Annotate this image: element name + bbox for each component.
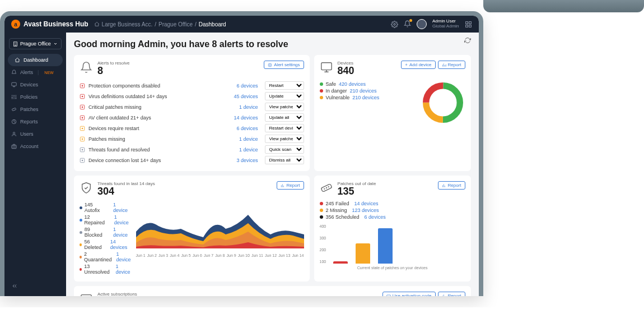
breadcrumb-office[interactable]: Prague Office <box>158 21 193 27</box>
alert-device-count[interactable]: 1 device <box>230 104 262 110</box>
add-device-button[interactable]: + Add device <box>401 61 435 69</box>
barchart-icon <box>442 294 446 297</box>
sidebar-item-label: Reports <box>20 119 38 125</box>
svg-point-24 <box>82 138 83 140</box>
alert-action-select[interactable]: View patches <box>265 135 304 143</box>
barchart-icon <box>442 183 446 188</box>
svg-point-28 <box>82 159 83 161</box>
alert-action-select[interactable]: View patches <box>265 103 304 111</box>
alert-device-count[interactable]: 14 devices <box>230 115 262 121</box>
legend-item: In danger210 devices <box>320 88 380 94</box>
sidebar-item-policies[interactable]: Policies <box>4 91 66 103</box>
sidebar-item-reports[interactable]: Reports <box>4 116 66 128</box>
legend-value: 2 Quarantined <box>84 251 112 262</box>
legend-count[interactable]: 1 device <box>116 264 132 275</box>
monitor-icon <box>320 61 333 74</box>
legend-count[interactable]: 14 devices <box>354 201 379 206</box>
legend-item: 89 Blocked1 device <box>80 227 132 238</box>
alerts-card: Alerts to resolve8 Alert settings Protec… <box>74 55 310 171</box>
sidebar-item-account[interactable]: Account <box>4 140 66 153</box>
xaxis-tick: Jun 12 <box>265 253 277 257</box>
legend-count[interactable]: 6 devices <box>365 214 386 220</box>
alert-device-count[interactable]: 1 device <box>230 136 262 142</box>
breadcrumb-account[interactable]: Large Business Acc. <box>102 21 153 27</box>
alert-device-count[interactable]: 3 devices <box>230 158 262 163</box>
legend-item: Safe420 devices <box>320 81 380 87</box>
avatar[interactable] <box>417 19 427 29</box>
alert-device-count[interactable]: 1 device <box>230 147 262 153</box>
legend-item: 145 Autofix1 device <box>80 202 132 213</box>
threats-report-button[interactable]: Report <box>277 181 304 190</box>
legend-dot <box>80 256 82 259</box>
legend-count[interactable]: 420 devices <box>339 81 366 87</box>
breadcrumb-page[interactable]: Dashboard <box>199 21 226 27</box>
xaxis-tick: Jun 13 <box>278 253 290 257</box>
patches-card: Patches out of date135 Report 245 Failed… <box>314 176 471 282</box>
refresh-icon[interactable] <box>464 37 471 44</box>
new-badge: NEW <box>44 71 53 75</box>
alert-action-select[interactable]: Dismiss all <box>265 156 304 164</box>
office-selector[interactable]: Prague Office <box>9 38 62 49</box>
breadcrumb: Large Business Acc./ Prague Office/ Dash… <box>94 21 226 27</box>
sidebar-item-patches[interactable]: Patches <box>4 103 66 116</box>
legend-count[interactable]: 210 devices <box>352 95 379 100</box>
alert-device-count[interactable]: 45 devices <box>230 94 262 99</box>
alert-device-count[interactable]: 6 devices <box>230 83 262 89</box>
barchart-icon <box>281 183 285 188</box>
svg-point-20 <box>82 117 83 118</box>
svg-point-11 <box>269 64 270 66</box>
legend-item: 13 Unresolved1 device <box>80 264 132 275</box>
legend-label: 2 Missing <box>326 208 347 213</box>
alert-device-count[interactable]: 6 devices <box>230 126 262 131</box>
alerts-count: 8 <box>97 66 129 76</box>
sidebar-item-alerts[interactable]: Alerts|NEW <box>4 66 66 79</box>
alert-action-select[interactable]: Update all <box>265 113 304 122</box>
alert-action-select[interactable]: Restart <box>265 81 304 90</box>
collapse-sidebar[interactable] <box>4 277 66 296</box>
legend-count[interactable]: 123 devices <box>352 208 379 213</box>
barchart-icon <box>442 63 446 67</box>
subs-report-button[interactable]: Report <box>438 292 465 296</box>
alert-action-select[interactable]: Quick scan <box>265 145 304 154</box>
alert-row: Protection components disabled6 devicesR… <box>80 80 304 91</box>
svg-rect-29 <box>321 63 331 70</box>
legend-count[interactable]: 1 device <box>114 214 132 225</box>
devices-report-button[interactable]: Report <box>438 61 465 69</box>
xaxis-tick: Jun 14 <box>292 253 304 257</box>
user-info[interactable]: Admin User Global Admin <box>432 19 459 29</box>
legend-item: 2 Quarantined1 device <box>80 251 132 262</box>
svg-point-0 <box>394 23 395 25</box>
patches-report-button[interactable]: Report <box>438 181 465 190</box>
legend-dot <box>80 206 82 209</box>
devices-legend: Safe420 devicesIn danger210 devicesVulne… <box>320 80 380 102</box>
use-activation-code-button[interactable]: Use activation code <box>382 292 436 296</box>
alert-settings-button[interactable]: Alert settings <box>264 61 304 69</box>
svg-rect-37 <box>81 295 91 296</box>
sidebar-item-devices[interactable]: Devices <box>4 79 66 91</box>
gear-icon[interactable] <box>391 21 398 28</box>
alert-action-select[interactable]: Update <box>265 92 304 100</box>
xaxis-tick: Jun 11 <box>251 253 263 257</box>
legend-count[interactable]: 1 device <box>116 251 132 262</box>
legend-label: Safe <box>326 81 337 87</box>
home-icon[interactable] <box>94 21 100 27</box>
patches-bar-chart: 400300200100 <box>320 224 465 264</box>
alert-action-select[interactable]: Restart devices <box>265 124 304 132</box>
legend-value: 12 Repaired <box>85 214 110 225</box>
legend-count[interactable]: 1 device <box>113 227 132 238</box>
xaxis-tick: Jun 1 <box>136 253 146 257</box>
apps-icon[interactable] <box>465 21 472 28</box>
restart-icon <box>80 126 85 131</box>
sidebar-item-dashboard[interactable]: Dashboard <box>8 54 63 66</box>
sidebar-item-label: Patches <box>20 107 39 112</box>
svg-point-22 <box>82 127 83 129</box>
sidebar-item-users[interactable]: Users <box>4 128 66 140</box>
legend-count[interactable]: 210 devices <box>350 88 377 94</box>
legend-count[interactable]: 1 device <box>113 202 132 213</box>
devices-donut-chart <box>421 80 465 125</box>
chart-icon <box>11 119 17 125</box>
xaxis-tick: Jun 9 <box>227 253 236 257</box>
legend-count[interactable]: 14 devices <box>110 239 132 250</box>
notifications-icon[interactable] <box>404 20 411 29</box>
sidebar-item-label: Account <box>20 144 39 149</box>
